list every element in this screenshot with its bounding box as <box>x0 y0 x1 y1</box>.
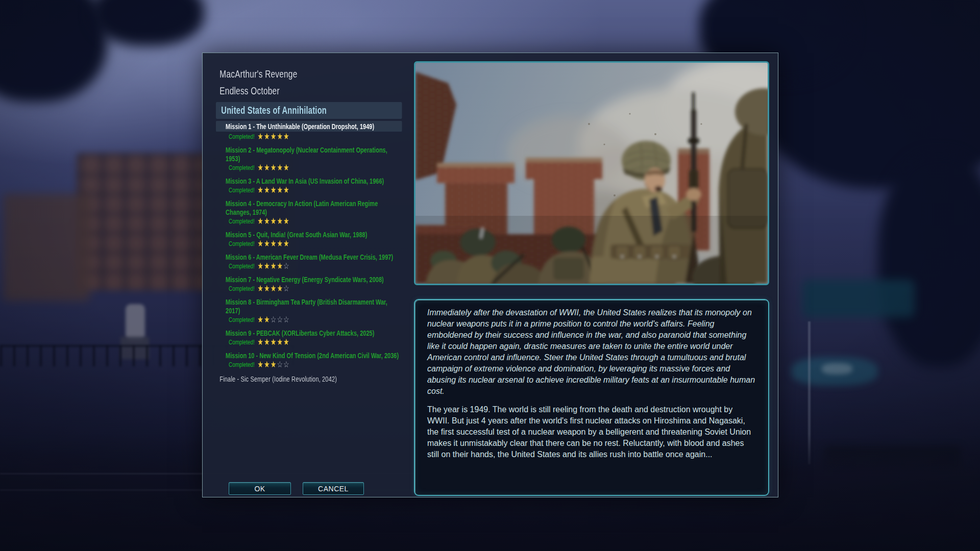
mission-completed-label: Completed! <box>229 361 255 369</box>
mission-title[interactable]: Mission 10 - New Kind Of Tension (2nd Am… <box>226 351 402 360</box>
campaign-select-dialog: MacArthur's Revenge Endless October Unit… <box>202 53 778 497</box>
mission-list-item[interactable]: Mission 3 - A Land War In Asia (US Invas… <box>216 177 402 195</box>
mission-star-rating: ★★★★★ <box>258 186 290 194</box>
mission-status-row: Completed! ★★★☆☆ <box>229 360 402 369</box>
game-screen: { "campaign_select": { "campaigns": [ { … <box>0 0 980 551</box>
star-empty-icons: ☆ <box>283 284 290 293</box>
mission-status-row: Completed! ★★★★★ <box>229 185 402 195</box>
star-filled-icons: ★★★★ <box>258 261 284 271</box>
mission-status-row: Completed! ★★★★★ <box>229 337 402 347</box>
mission-status-row: Completed! ★★★★☆ <box>229 284 402 293</box>
finale-item[interactable]: Finale - Sic Semper (Iodine Revolution, … <box>219 374 402 383</box>
campaign-item[interactable]: Endless October <box>219 82 402 99</box>
mission-title[interactable]: Mission 7 - Negative Energy (Energy Synd… <box>226 275 402 284</box>
mission-status-row: Completed! ★★★★★ <box>229 163 402 172</box>
star-empty-icons: ☆☆☆ <box>271 315 290 324</box>
mission-status-row: Completed! ★★☆☆☆ <box>229 315 402 324</box>
mission-status-row: Completed! ★★★★★ <box>229 216 402 226</box>
mission-title[interactable]: Mission 2 - Megatonopoly (Nuclear Contai… <box>226 145 402 163</box>
mission-list-item[interactable]: Mission 4 - Democracy In Action (Latin A… <box>216 199 402 226</box>
wwii-rooftop-battle-photo <box>415 63 768 284</box>
mission-star-rating: ★★★☆☆ <box>258 361 290 369</box>
mission-completed-label: Completed! <box>229 262 255 270</box>
star-filled-icons: ★★★★★ <box>258 239 290 248</box>
mission-list-item[interactable]: Mission 5 - Quit, India! (Great South As… <box>216 230 402 248</box>
star-filled-icons: ★★★★★ <box>258 163 290 172</box>
mission-star-rating: ★★☆☆☆ <box>258 316 290 324</box>
campaign-image-panel <box>414 61 769 285</box>
description-paragraph: The year is 1949. The world is still ree… <box>427 404 756 460</box>
mission-star-rating: ★★★★★ <box>258 164 290 172</box>
mission-title[interactable]: Mission 6 - American Fever Dream (Medusa… <box>226 253 402 261</box>
description-paragraph-italic: Immediately after the devastation of WWI… <box>427 307 756 397</box>
star-empty-icons: ☆ <box>283 261 290 271</box>
mission-list-item[interactable]: Mission 6 - American Fever Dream (Medusa… <box>216 253 402 271</box>
mission-status-row: Completed! ★★★★★ <box>229 132 402 141</box>
mission-completed-label: Completed! <box>229 338 255 346</box>
mission-title[interactable]: Mission 5 - Quit, India! (Great South As… <box>226 230 402 239</box>
cancel-button[interactable]: CANCEL <box>303 482 364 495</box>
mission-title[interactable]: Mission 4 - Democracy In Action (Latin A… <box>226 199 402 216</box>
mission-list-item[interactable]: Mission 9 - PEBCAK (XORLibertas Cyber At… <box>216 329 402 347</box>
star-filled-icons: ★★★★★ <box>258 216 290 226</box>
mission-title[interactable]: Mission 3 - A Land War In Asia (US Invas… <box>226 177 402 185</box>
mission-completed-label: Completed! <box>229 217 255 226</box>
mission-completed-label: Completed! <box>229 316 255 324</box>
mission-status-row: Completed! ★★★★★ <box>229 239 402 248</box>
campaign-list: MacArthur's Revenge Endless October Unit… <box>216 65 402 383</box>
mission-list-item[interactable]: Mission 1 - The Unthinkable (Operation D… <box>216 121 402 141</box>
campaign-item[interactable]: MacArthur's Revenge <box>219 65 402 82</box>
star-filled-icons: ★★ <box>258 315 271 324</box>
mission-completed-label: Completed! <box>229 133 255 141</box>
mission-list-item[interactable]: Mission 7 - Negative Energy (Energy Synd… <box>216 275 402 293</box>
mission-star-rating: ★★★★★ <box>258 133 290 141</box>
star-filled-icons: ★★★★★ <box>258 337 290 347</box>
star-filled-icons: ★★★★★ <box>258 185 290 195</box>
campaign-description-panel: Immediately after the devastation of WWI… <box>414 299 769 496</box>
star-filled-icons: ★★★★★ <box>258 132 290 141</box>
mission-completed-label: Completed! <box>229 285 255 293</box>
mission-status-row: Completed! ★★★★☆ <box>229 261 402 271</box>
star-empty-icons: ☆☆ <box>277 360 290 369</box>
mission-star-rating: ★★★★★ <box>258 240 290 248</box>
mission-star-rating: ★★★★☆ <box>258 262 290 270</box>
mission-star-rating: ★★★★★ <box>258 217 290 226</box>
mission-completed-label: Completed! <box>229 240 255 248</box>
mission-star-rating: ★★★★☆ <box>258 285 290 293</box>
campaign-item-selected[interactable]: United States of Annihilation <box>216 102 402 119</box>
mission-completed-label: Completed! <box>229 164 255 172</box>
mission-title[interactable]: Mission 8 - Birmingham Tea Party (Britis… <box>226 297 402 315</box>
mission-star-rating: ★★★★★ <box>258 338 290 346</box>
star-filled-icons: ★★★ <box>258 360 277 369</box>
mission-list: Mission 1 - The Unthinkable (Operation D… <box>216 121 402 369</box>
mission-completed-label: Completed! <box>229 186 255 194</box>
mission-title[interactable]: Mission 1 - The Unthinkable (Operation D… <box>216 121 402 132</box>
star-filled-icons: ★★★★ <box>258 284 284 293</box>
ok-button[interactable]: OK <box>229 482 291 495</box>
mission-title[interactable]: Mission 9 - PEBCAK (XORLibertas Cyber At… <box>226 329 402 337</box>
mission-list-item[interactable]: Mission 2 - Megatonopoly (Nuclear Contai… <box>216 145 402 172</box>
mission-list-item[interactable]: Mission 10 - New Kind Of Tension (2nd Am… <box>216 351 402 369</box>
mission-list-item[interactable]: Mission 8 - Birmingham Tea Party (Britis… <box>216 297 402 324</box>
